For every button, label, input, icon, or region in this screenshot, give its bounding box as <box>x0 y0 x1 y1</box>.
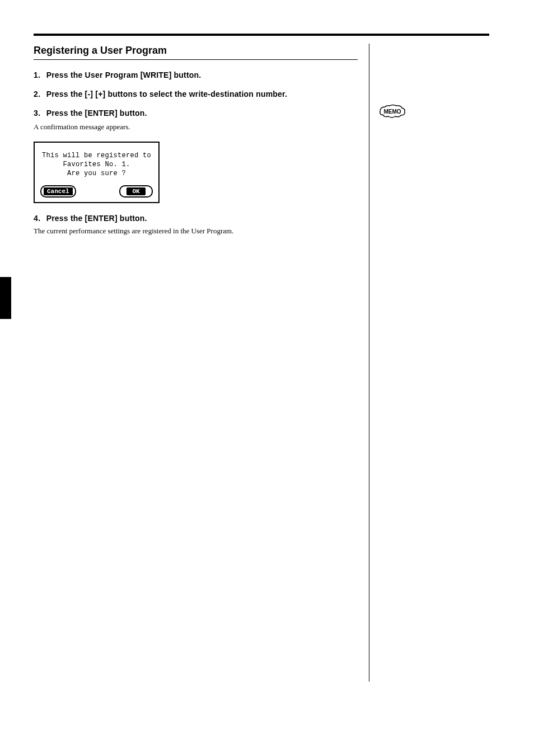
step-2-text: Press the [-] [+] buttons to select the … <box>46 90 287 98</box>
main-column: Registering a User Program 1. Press the … <box>34 44 369 682</box>
step-4-body: The current performance settings are reg… <box>34 226 358 237</box>
top-horizontal-rule <box>34 34 489 36</box>
side-column: MEMO <box>369 44 489 682</box>
step-4: 4. Press the [ENTER] button. The current… <box>34 213 358 237</box>
dialog-line-2: Favorites No. 1. <box>39 161 154 168</box>
step-3: 3. Press the [ENTER] button. A confirmat… <box>34 108 358 133</box>
cancel-button-label: Cancel <box>44 187 73 195</box>
step-1: 1. Press the User Program [WRITE] button… <box>34 70 358 80</box>
step-3-text: Press the [ENTER] button. <box>46 109 147 118</box>
step-1-text: Press the User Program [WRITE] button. <box>46 71 202 79</box>
cancel-button[interactable]: Cancel <box>40 185 76 198</box>
step-4-text: Press the [ENTER] button. <box>46 214 147 223</box>
manual-page: Registering a User Program 1. Press the … <box>0 0 534 756</box>
step-3-body: A confirmation message appears. <box>34 121 358 133</box>
step-3-label: 3. <box>34 109 41 118</box>
memo-icon: MEMO <box>378 104 406 119</box>
dialog-line-3: Are you sure ? <box>39 170 154 177</box>
ok-button[interactable]: OK <box>119 185 153 198</box>
section-title: Registering a User Program <box>34 44 358 60</box>
step-2: 2. Press the [-] [+] buttons to select t… <box>34 89 358 99</box>
step-2-label: 2. <box>34 90 41 98</box>
svg-text:MEMO: MEMO <box>384 109 401 115</box>
step-4-label: 4. <box>34 214 41 223</box>
dialog-line-1: This will be registered to <box>39 152 154 159</box>
ok-button-label: OK <box>127 187 145 195</box>
confirmation-dialog: This will be registered to Favorites No.… <box>34 142 160 203</box>
step-1-label: 1. <box>34 71 41 79</box>
